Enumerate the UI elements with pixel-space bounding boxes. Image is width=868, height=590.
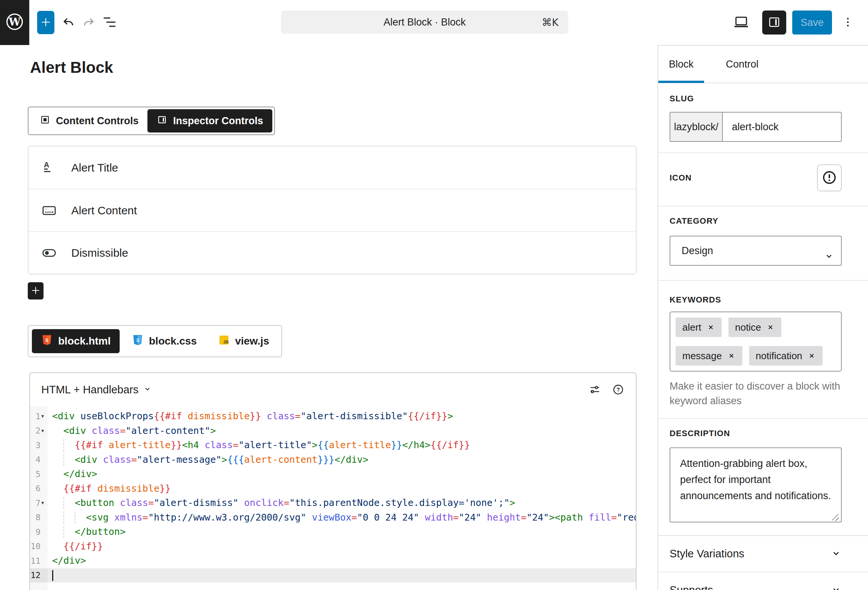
control-row-dismissible[interactable]: Dismissible	[29, 231, 636, 274]
category-label: CATEGORY	[670, 216, 842, 226]
code-line-content: {{#if alert-title}}<h4 class="alert-titl…	[48, 438, 636, 453]
keywords-section: KEYWORDS alertnoticemessagenotification …	[670, 281, 842, 418]
line-number: 5	[30, 467, 48, 482]
line-number: 3	[30, 438, 48, 453]
control-row-alert-content[interactable]: Alert Content	[29, 189, 636, 231]
command-shortcut: ⌘K	[542, 17, 559, 28]
category-select[interactable]: Design	[670, 236, 842, 266]
sidebar-tab-block[interactable]: Block	[658, 46, 704, 83]
code-line-content: </button>	[48, 525, 636, 539]
slug-input[interactable]	[723, 113, 842, 141]
file-tab-view.js[interactable]: JSview.js	[209, 329, 278, 353]
list-view-icon	[101, 14, 118, 32]
fold-arrow-icon[interactable]: ▼	[41, 414, 46, 419]
remove-keyword-button[interactable]	[766, 323, 775, 331]
block-inserter-button[interactable]	[37, 11, 54, 34]
file-tab-block.html[interactable]: 5block.html	[32, 329, 120, 353]
line-number: 12	[30, 568, 48, 583]
list-view-button[interactable]	[101, 14, 119, 32]
control-label: Dismissible	[71, 247, 128, 259]
remove-keyword-button[interactable]	[808, 352, 816, 360]
chevron-down-icon	[830, 548, 842, 560]
code-line-content: </div>	[48, 554, 636, 568]
page-title: Alert Block	[30, 59, 113, 77]
code-line-content: </div>	[48, 467, 636, 482]
description-section: DESCRIPTION Attention-grabbing alert box…	[670, 419, 842, 535]
panel-supports[interactable]: Supports	[658, 572, 868, 590]
description-textarea[interactable]: Attention-grabbing alert box, perfect fo…	[670, 447, 842, 522]
slug-label: SLUG	[670, 94, 842, 104]
add-control-button[interactable]	[28, 282, 44, 300]
text-cursor	[52, 570, 53, 581]
remove-keyword-button[interactable]	[707, 323, 715, 331]
wordpress-logo[interactable]: W	[0, 0, 29, 45]
code-line-content: <svg xmlns="http://www.w3.org/2000/svg" …	[48, 510, 636, 525]
panel-title: Style Variations	[670, 548, 744, 560]
code-line-12: 12	[30, 568, 636, 583]
settings-sidebar-toggle[interactable]	[762, 11, 786, 35]
keyword-chip-label: message	[682, 350, 722, 362]
fold-arrow-icon[interactable]: ▼	[41, 428, 46, 433]
description-label: DESCRIPTION	[670, 429, 842, 438]
code-file-tabs: 5block.html3block.cssJSview.js	[28, 325, 282, 357]
panel-style-variations[interactable]: Style Variations	[658, 536, 868, 572]
remove-keyword-button[interactable]	[727, 352, 736, 360]
text-field-icon: A	[41, 159, 58, 176]
block-constructor-main: Alert Block Content ControlsInspector Co…	[30, 45, 637, 590]
line-number: 11	[30, 554, 48, 568]
control-row-alert-title[interactable]: AAlert Title	[29, 146, 636, 189]
command-palette-bar[interactable]: Alert Block · Block ⌘K	[281, 11, 568, 34]
indent-guide	[63, 454, 64, 466]
code-line-3: 3 {{#if alert-title}}<h4 class="alert-ti…	[30, 438, 636, 453]
sidebar-tab-control[interactable]: Control	[715, 46, 769, 83]
file-tab-block.css[interactable]: 3block.css	[123, 329, 206, 353]
editor-help-button[interactable]: ?	[612, 383, 625, 396]
slug-input-group: lazyblock/	[670, 112, 842, 142]
js-icon: JS	[218, 334, 230, 349]
keywords-input[interactable]: alertnoticemessagenotification	[670, 312, 842, 372]
code-line-content: {{#if dismissible}}	[48, 482, 636, 496]
indent-guide	[63, 439, 64, 452]
code-line-content: <div class="alert-message">{{{alert-cont…	[48, 453, 636, 467]
keyword-chip-label: notification	[756, 350, 802, 362]
placement-tab-inspector-controls[interactable]: Inspector Controls	[147, 109, 272, 132]
line-number: 10	[30, 539, 48, 554]
control-label: Alert Content	[71, 204, 137, 217]
options-menu-button[interactable]	[839, 14, 857, 32]
laptop-icon	[732, 13, 750, 32]
preview-button[interactable]	[731, 12, 752, 33]
file-tab-label: block.css	[149, 335, 197, 347]
sidebar-square-icon	[156, 114, 168, 128]
keywords-label: KEYWORDS	[670, 295, 842, 305]
code-line-content: <button class="alert-dismiss" onclick="t…	[48, 496, 636, 510]
icon-label: ICON	[670, 173, 692, 183]
ellipsis-vertical-icon	[841, 15, 854, 30]
line-number: 7▼	[30, 496, 48, 510]
placement-tab-content-controls[interactable]: Content Controls	[30, 109, 147, 132]
wordpress-icon: W	[5, 12, 24, 33]
code-editor-textarea[interactable]: 1▼<div useBlockProps{{#if dismissible}} …	[30, 406, 636, 590]
textarea-field-icon	[41, 202, 58, 219]
code-line-content: {{/if}}	[48, 539, 636, 554]
redo-button[interactable]	[80, 14, 98, 32]
undo-button[interactable]	[59, 14, 77, 32]
code-line-2: 2▼ <div class="alert-content">	[30, 424, 636, 438]
file-tab-label: view.js	[235, 335, 269, 347]
file-tab-label: block.html	[58, 335, 111, 347]
code-line-content	[48, 568, 636, 583]
save-button[interactable]: Save	[792, 11, 832, 35]
svg-text:JS: JS	[223, 339, 228, 344]
svg-text:3: 3	[136, 337, 139, 343]
icon-section: ICON	[670, 153, 842, 206]
code-line-10: 10 {{/if}}	[30, 539, 636, 554]
icon-picker-button[interactable]	[817, 164, 842, 191]
html5-icon: 5	[41, 334, 53, 349]
fold-arrow-icon[interactable]: ▼	[41, 500, 46, 506]
editor-settings-button[interactable]	[589, 383, 601, 396]
code-line-1: 1▼<div useBlockProps{{#if dismissible}} …	[30, 409, 636, 424]
keyword-chip-notification: notification	[749, 346, 823, 366]
indent-guide	[63, 497, 64, 509]
code-line-8: 8 <svg xmlns="http://www.w3.org/2000/svg…	[30, 510, 636, 525]
code-line-5: 5 </div>	[30, 467, 636, 482]
editor-mode-select[interactable]: HTML + Handlebars	[41, 384, 152, 396]
